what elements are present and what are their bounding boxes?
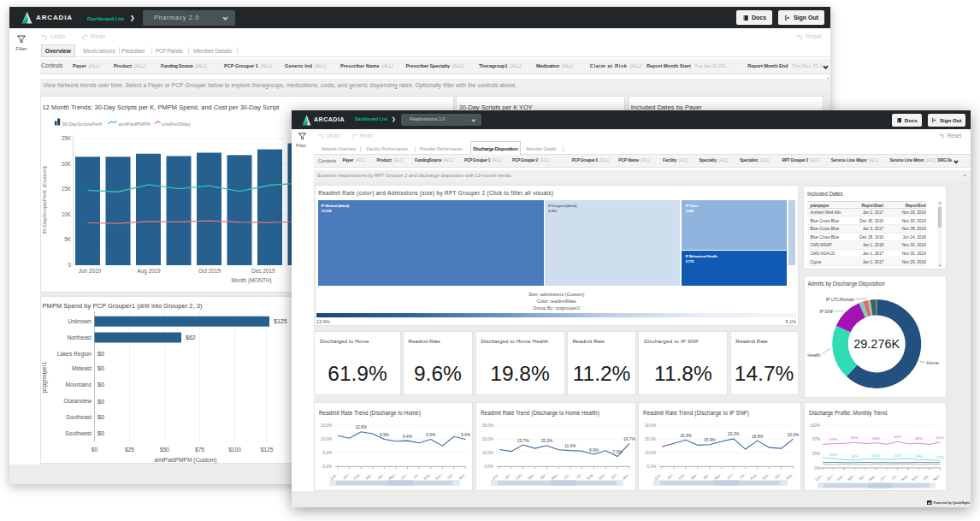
svg-text:Sep...: Sep... bbox=[597, 471, 606, 480]
svg-text:$0: $0 bbox=[92, 447, 98, 453]
svg-text:10K: 10K bbox=[62, 211, 72, 217]
svg-text:15.7%: 15.7% bbox=[517, 438, 528, 442]
svg-text:12.6%: 12.6% bbox=[355, 425, 367, 429]
svg-text:Nov...: Nov... bbox=[621, 471, 630, 480]
svg-text:Mar...: Mar... bbox=[690, 471, 700, 480]
svg-text:9.9%: 9.9% bbox=[461, 432, 471, 436]
svg-text:19.3%: 19.3% bbox=[681, 433, 693, 437]
svg-text:Health: Health bbox=[807, 352, 820, 357]
svg-text:Readmit Rate Trend (Discharge: Readmit Rate Trend (Discharge to Home) bbox=[319, 409, 421, 416]
svg-text:Apr...: Apr... bbox=[376, 471, 385, 479]
svg-text:Jul...: Jul... bbox=[890, 472, 899, 481]
svg-text:Sep...: Sep... bbox=[910, 472, 919, 482]
svg-text:15.9%: 15.9% bbox=[704, 438, 716, 442]
svg-text:18.8%: 18.8% bbox=[752, 434, 764, 438]
svg-text:Jun...: Jun... bbox=[878, 472, 888, 482]
svg-text:Jun...: Jun... bbox=[399, 471, 409, 480]
svg-text:0.0%: 0.0% bbox=[322, 464, 331, 468]
svg-text:$0: $0 bbox=[97, 430, 104, 436]
svg-text:21%: 21% bbox=[872, 453, 880, 457]
svg-text:pcpgrouper1: pcpgrouper1 bbox=[41, 361, 48, 393]
svg-text:Sep...: Sep... bbox=[761, 471, 770, 480]
svg-text:15.0%: 15.0% bbox=[320, 423, 331, 427]
svg-text:May...: May... bbox=[867, 472, 877, 482]
svg-text:Readmit Rate Trend (Discharge: Readmit Rate Trend (Discharge to IP SNF) bbox=[643, 409, 749, 416]
svg-text:21%: 21% bbox=[894, 453, 901, 457]
svg-text:0.0%: 0.0% bbox=[647, 464, 656, 468]
svg-text:Nov...: Nov... bbox=[932, 472, 942, 482]
svg-text:Oct 2019: Oct 2019 bbox=[198, 268, 221, 274]
svg-text:30-DayScriptsPerK (Custom): 30-DayScriptsPerK (Custom) bbox=[41, 166, 47, 234]
svg-text:20.0%: 20.0% bbox=[788, 432, 800, 436]
svg-text:Aug...: Aug... bbox=[750, 471, 759, 480]
svg-text:$125: $125 bbox=[261, 447, 274, 453]
svg-text:60%: 60% bbox=[851, 435, 859, 440]
svg-text:$0: $0 bbox=[97, 365, 104, 371]
svg-text:20.2%: 20.2% bbox=[728, 432, 740, 436]
svg-text:Nov...: Nov... bbox=[786, 471, 795, 480]
svg-text:Southwest: Southwest bbox=[65, 430, 92, 436]
svg-text:May...: May... bbox=[387, 471, 397, 480]
svg-text:0%: 0% bbox=[814, 465, 820, 470]
svg-text:67%: 67% bbox=[812, 437, 819, 441]
svg-text:20.0%: 20.0% bbox=[645, 436, 656, 441]
svg-text:$62: $62 bbox=[186, 335, 196, 340]
svg-text:5.0%: 5.0% bbox=[322, 450, 331, 454]
svg-text:7.3%: 7.3% bbox=[612, 450, 623, 454]
svg-text:Southeast: Southeast bbox=[66, 414, 92, 420]
svg-text:Feb...: Feb... bbox=[352, 471, 362, 480]
svg-text:Sep...: Sep... bbox=[434, 471, 443, 480]
svg-text:10.0%: 10.0% bbox=[320, 436, 331, 441]
svg-text:$75: $75 bbox=[195, 447, 204, 453]
svg-text:Mar...: Mar... bbox=[364, 471, 374, 480]
svg-text:Discharge Profile, Monthly Tre: Discharge Profile, Monthly Trend bbox=[809, 409, 888, 416]
svg-text:Jan...: Jan... bbox=[666, 471, 676, 480]
svg-text:IP SNF: IP SNF bbox=[819, 309, 835, 314]
svg-text:Aug...: Aug... bbox=[422, 471, 432, 480]
svg-text:Oceanview: Oceanview bbox=[63, 398, 92, 404]
svg-text:$0: $0 bbox=[97, 399, 104, 405]
svg-text:Aug 2019: Aug 2019 bbox=[137, 268, 161, 275]
svg-text:57%: 57% bbox=[829, 436, 837, 441]
svg-text:5K: 5K bbox=[64, 236, 72, 242]
svg-text:Feb...: Feb... bbox=[835, 472, 845, 482]
svg-text:Jan...: Jan... bbox=[825, 472, 835, 482]
svg-text:Feb...: Feb... bbox=[515, 471, 524, 480]
svg-text:11.6%: 11.6% bbox=[564, 444, 576, 448]
svg-text:Feb...: Feb... bbox=[678, 471, 688, 480]
svg-text:Oct...: Oct... bbox=[774, 471, 783, 480]
svg-text:10.0%: 10.0% bbox=[481, 450, 493, 454]
svg-text:0.0%: 0.0% bbox=[484, 464, 493, 468]
svg-text:62%: 62% bbox=[894, 435, 901, 439]
svg-text:33%: 33% bbox=[812, 452, 819, 456]
svg-text:Jun 2019: Jun 2019 bbox=[79, 268, 102, 274]
svg-text:Readmit Rate Trend (Discharge: Readmit Rate Trend (Discharge to Home He… bbox=[481, 409, 599, 416]
svg-text:Aug...: Aug... bbox=[900, 472, 909, 482]
svg-text:Jun...: Jun... bbox=[726, 471, 735, 480]
svg-text:30.0%: 30.0% bbox=[645, 423, 656, 427]
svg-text:Apr...: Apr... bbox=[539, 471, 547, 479]
svg-text:17%: 17% bbox=[936, 454, 944, 459]
svg-text:58%: 58% bbox=[915, 436, 923, 441]
svg-text:18%: 18% bbox=[851, 454, 859, 459]
svg-text:Nov...: Nov... bbox=[458, 471, 467, 480]
svg-text:amtPaidPMPM: amtPaidPMPM bbox=[119, 121, 151, 127]
svg-text:costPer30day: costPer30day bbox=[162, 121, 191, 127]
svg-text:15.3%: 15.3% bbox=[540, 439, 552, 443]
svg-text:0: 0 bbox=[68, 262, 71, 268]
svg-text:Oct...: Oct... bbox=[610, 471, 619, 480]
svg-text:May...: May... bbox=[550, 471, 559, 480]
svg-text:Apr...: Apr... bbox=[858, 472, 866, 481]
svg-text:Oct...: Oct... bbox=[446, 471, 455, 480]
svg-text:10.0%: 10.0% bbox=[645, 450, 656, 454]
svg-text:$100: $100 bbox=[228, 447, 241, 453]
svg-text:Jul...: Jul... bbox=[412, 471, 421, 479]
svg-text:$50: $50 bbox=[160, 447, 169, 453]
svg-text:Dec 2019: Dec 2019 bbox=[251, 268, 275, 274]
svg-text:29.276K: 29.276K bbox=[853, 337, 900, 351]
svg-text:Mountains: Mountains bbox=[66, 382, 92, 388]
svg-text:May...: May... bbox=[714, 471, 723, 480]
svg-text:20K: 20K bbox=[62, 161, 72, 167]
svg-text:61%: 61% bbox=[936, 435, 944, 439]
svg-text:Mar...: Mar... bbox=[847, 472, 856, 482]
